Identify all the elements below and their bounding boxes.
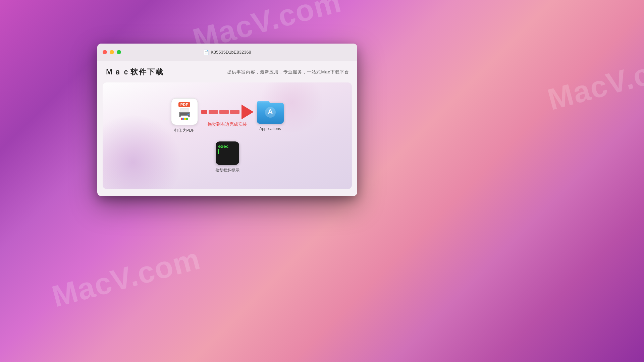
app-window: 📄 K35535D1bE832368 Ｍａｃ软件下载 提供丰富内容，最新应用，专… — [97, 44, 357, 196]
minimize-button[interactable] — [110, 50, 114, 54]
dash-2 — [209, 110, 218, 114]
exec-text: exec — [218, 144, 229, 149]
window-title: 📄 K35535D1bE832368 — [203, 50, 251, 55]
svg-rect-4 — [181, 118, 182, 120]
folder-inner-icon: A — [264, 106, 276, 120]
appstore-icon-svg: A — [264, 106, 276, 118]
svg-point-8 — [187, 114, 189, 115]
cursor-dot — [218, 149, 219, 154]
applications-icon-wrap: A Applications — [257, 101, 284, 131]
pdf-icon-bg: PDF — [171, 98, 198, 125]
installer-area: PDF — [103, 82, 352, 189]
app-icon-label: 打印为PDF — [174, 128, 195, 133]
pdf-icon: PDF — [171, 98, 198, 125]
close-button[interactable] — [103, 50, 107, 54]
printer-svg — [176, 108, 193, 121]
traffic-lights — [103, 50, 121, 54]
dashed-arrows — [201, 105, 254, 119]
svg-text:A: A — [268, 108, 273, 116]
titlebar: 📄 K35535D1bE832368 — [97, 44, 357, 61]
brand-tagline: 提供丰富内容，最新应用，专业服务，一站式Mac下载平台 — [227, 69, 349, 75]
exec-label: 修复损坏提示 — [215, 168, 239, 173]
svg-rect-5 — [182, 118, 184, 120]
document-icon: 📄 — [203, 50, 209, 55]
svg-rect-6 — [184, 118, 186, 120]
app-icon-wrap: PDF — [171, 98, 198, 133]
main-arrow — [241, 105, 254, 119]
dash-1 — [201, 110, 207, 114]
drag-label: 拖动到右边完成安装 — [208, 121, 247, 127]
applications-folder-icon: A — [257, 101, 284, 124]
dash-3 — [219, 110, 229, 114]
applications-label: Applications — [259, 126, 281, 131]
window-header: Ｍａｃ软件下载 提供丰富内容，最新应用，专业服务，一站式Mac下载平台 — [97, 61, 357, 82]
arrow-area: 拖动到右边完成安装 — [201, 105, 254, 127]
maximize-button[interactable] — [117, 50, 121, 54]
folder-body: A — [257, 103, 284, 124]
pdf-badge: PDF — [178, 102, 191, 107]
exec-icon: exec — [216, 141, 239, 165]
svg-rect-7 — [186, 118, 188, 120]
brand-name: Ｍａｃ软件下载 — [105, 67, 164, 77]
drag-row: PDF — [171, 98, 284, 133]
exec-icon-wrap: exec 修复损坏提示 — [215, 141, 239, 173]
dash-4 — [230, 110, 239, 114]
